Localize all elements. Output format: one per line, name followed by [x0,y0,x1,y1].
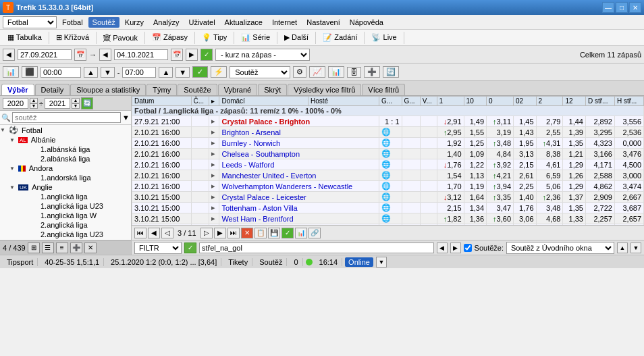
globe-icon[interactable]: 🌐 [381,182,391,190]
toolbar-btn-tabulka[interactable]: ▦ Tabulka [3,31,47,44]
prev-date-button[interactable]: ◀ [3,49,15,61]
toolbar-btn-kov[interactable]: ⊞ Křížová [51,31,94,44]
tree-item-2-anglick--liga[interactable]: 2.anglická liga [0,220,131,230]
home-away-link[interactable]: Brighton - Arsenal [221,128,280,136]
tree-item-2-alb-nsk--liga[interactable]: 2.albánská liga [0,154,131,163]
globe-cell[interactable]: 🌐 [379,170,402,181]
next-page2-button[interactable]: ▶ [214,228,226,238]
expand-cell[interactable]: ▸ [209,116,219,127]
view-btn-grid[interactable]: ⊞ [28,243,40,253]
last-page-button[interactable]: ⏭ [227,228,240,238]
globe-cell[interactable]: 🌐 [379,181,402,192]
tab-detaily[interactable]: Detaily [35,84,70,95]
archive-button[interactable]: 🗄 [347,67,361,78]
expand-cell[interactable]: ▸ [209,170,219,181]
remove-btn[interactable]: ✕ [84,243,97,253]
home-away-link[interactable]: Manchester United - Everton [221,172,316,180]
home-away-link[interactable]: Chelsea - Southampton [221,150,300,158]
globe-cell[interactable]: 🌐 [379,203,402,213]
menu-item-kurzy[interactable]: Kurzy [121,17,148,28]
stats-icon-button[interactable]: 📊 [3,66,19,78]
globe-icon[interactable]: 🌐 [381,128,391,136]
table-row[interactable]: 3.10.21 15:00▸Crystal Palace - Leicester… [132,192,644,203]
toolbar-btn-zpasy[interactable]: 📅 Zápasy [147,31,192,44]
add-btn[interactable]: ➕ [70,243,82,253]
next-page-button[interactable]: ▷ [200,228,213,238]
globe-cell[interactable]: 🌐 [379,213,402,224]
time-spin-down[interactable]: ▼ [101,67,115,78]
menu-item-fotbal[interactable]: Fotbal [58,17,87,28]
toolbar-btn-live[interactable]: 📡 Live [367,31,401,44]
filter-value-input[interactable] [199,243,434,253]
filter-icon-button[interactable]: ⚡ [211,66,227,78]
home-away-link[interactable]: Crystal Palace - Brighton [221,118,310,126]
source-select[interactable]: Soutěž [230,66,290,78]
table-row[interactable]: 2.10.21 16:00▸Burnley - Norwich🌐1,921,25… [132,138,644,149]
expand-cell[interactable]: ▸ [209,159,219,170]
close-button[interactable]: ✕ [629,2,641,13]
match-cell[interactable]: West Ham - Brentford [219,213,379,224]
refresh-page-button[interactable]: ✓ [281,228,294,238]
tree-item-alb-nie[interactable]: ▼ALAlbánie [0,135,131,145]
match-cell[interactable]: Tottenham - Aston Villa [219,203,379,213]
copy-button[interactable]: 📋 [254,228,267,238]
tree-item-fotbal[interactable]: ▼⚽Fotbal [0,125,131,135]
col-header-02[interactable]: 02 [514,97,536,106]
tree-item-1-anglick--liga-u23[interactable]: 1.anglická liga U23 [0,201,131,211]
time-from-input[interactable] [41,67,81,78]
globe-icon[interactable]: 🌐 [381,138,391,147]
menu-item-nastaven[interactable]: Nastavení [302,17,344,28]
souteze-checkbox[interactable] [464,244,472,252]
filter-type-select[interactable]: FILTR [134,242,182,254]
tab-vsledkyvcefiltr[interactable]: Výsledky více filtrů [288,84,361,95]
col-header--[interactable]: ▸ [209,97,219,106]
globe-icon[interactable]: 🌐 [381,193,391,201]
source-opts[interactable]: ⚙ [293,66,306,78]
tree-item-1-anglick--liga[interactable]: 1.anglická liga [0,192,131,201]
calendar-from-button[interactable]: 📅 [74,49,86,61]
filter-left-button[interactable]: ◀ [437,243,448,253]
table-row[interactable]: 3.10.21 15:00▸West Ham - Brentford🌐↑1,82… [132,213,644,224]
table-row[interactable]: 2.10.21 16:00▸Chelsea - Southampton🌐1,40… [132,149,644,159]
globe-icon[interactable]: 🌐 [381,160,391,168]
tree-item-1-andorsk--liga[interactable]: 1.andorská liga [0,173,131,182]
stop-button[interactable]: ✕ [241,228,253,238]
col-header-h-st----[interactable]: H stř... [614,97,643,106]
table-row[interactable]: 2.10.21 16:00▸Brighton - Arsenal🌐↑2,951,… [132,127,644,138]
date-to-input[interactable] [114,49,168,60]
col-header-0[interactable]: 0 [487,97,514,106]
expand-cell[interactable]: ▸ [209,181,219,192]
toolbar-btn-dal[interactable]: ▶ Další [279,31,313,44]
chart-button[interactable]: 📈 [309,66,325,78]
year-to-down[interactable]: ▼ [72,103,80,109]
table-row[interactable]: 2.10.21 16:00▸Leeds - Watford🌐↓1,761,22↑… [132,159,644,170]
col-header-g---[interactable]: G... [379,97,402,106]
tree-item-anglie[interactable]: ▼UKAnglie [0,182,131,192]
chart-page-button[interactable]: 📊 [295,228,307,238]
tab-soute[interactable]: Soutěže [178,84,217,95]
first-page-button[interactable]: ⏮ [134,228,146,238]
table-row[interactable]: 3.10.21 15:00▸Tottenham - Aston Villa🌐2,… [132,203,644,213]
home-away-link[interactable]: Leeds - Watford [221,161,274,169]
graph-button[interactable]: ⬛ [22,66,38,78]
tree-item-1-anglick--liga-w[interactable]: 1.anglická liga W [0,211,131,220]
tab-vbr[interactable]: Výběr [1,84,34,95]
year-to-up[interactable]: ▲ [72,98,80,103]
col-header-2[interactable]: 2 [536,97,563,106]
col-header-datum[interactable]: Datum [132,97,192,106]
export-button[interactable]: 💾 [268,228,280,238]
plus-button[interactable]: ➕ [364,66,380,78]
minimize-button[interactable]: — [602,2,614,13]
col-header-g---[interactable]: G... [402,97,420,106]
menu-item-analzy[interactable]: Analýzy [149,17,184,28]
souteze-up-button[interactable]: ▲ [617,243,628,253]
time2-spin-down[interactable]: ▼ [176,67,190,78]
year-refresh[interactable]: 🔄 [81,97,93,109]
time2-spin-up[interactable]: ▲ [159,67,173,78]
menu-item-sout[interactable]: Soutěž [88,17,119,28]
col-header-12[interactable]: 12 [563,97,585,106]
apply-button[interactable]: ✓ [192,66,208,78]
globe-icon[interactable]: 🌐 [381,171,391,179]
match-cell[interactable]: Chelsea - Southampton [219,149,379,159]
menu-item-aktualizace[interactable]: Aktualizace [221,17,267,28]
